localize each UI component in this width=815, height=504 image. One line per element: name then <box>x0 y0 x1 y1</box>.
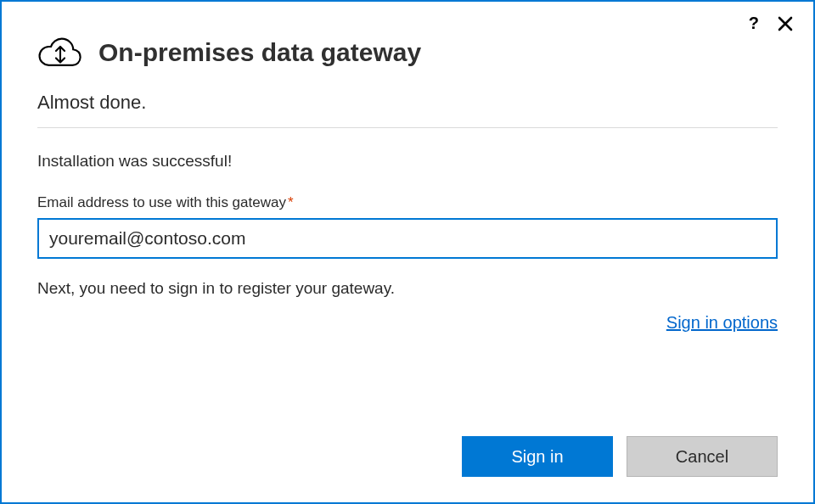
header-row: On-premises data gateway <box>37 32 778 73</box>
email-field[interactable] <box>37 218 778 259</box>
status-text: Installation was successful! <box>37 152 778 171</box>
sign-in-button[interactable]: Sign in <box>462 436 613 477</box>
help-icon[interactable]: ? <box>749 14 759 33</box>
email-label-text: Email address to use with this gateway <box>37 194 286 210</box>
button-row: Sign in Cancel <box>462 436 778 477</box>
divider <box>37 127 778 128</box>
dialog-subtitle: Almost done. <box>37 92 778 114</box>
required-indicator: * <box>288 194 294 210</box>
cloud-sync-icon <box>37 32 83 73</box>
sign-in-options-link[interactable]: Sign in options <box>666 313 778 332</box>
dialog-title: On-premises data gateway <box>98 38 421 67</box>
close-icon[interactable] <box>776 14 795 33</box>
link-row: Sign in options <box>37 313 778 333</box>
gateway-dialog: ? On-premises data gateway Almost done. … <box>0 0 815 504</box>
cancel-button[interactable]: Cancel <box>627 436 778 477</box>
next-instruction: Next, you need to sign in to register yo… <box>37 279 778 298</box>
email-label: Email address to use with this gateway* <box>37 194 778 211</box>
titlebar-icons: ? <box>749 14 795 33</box>
